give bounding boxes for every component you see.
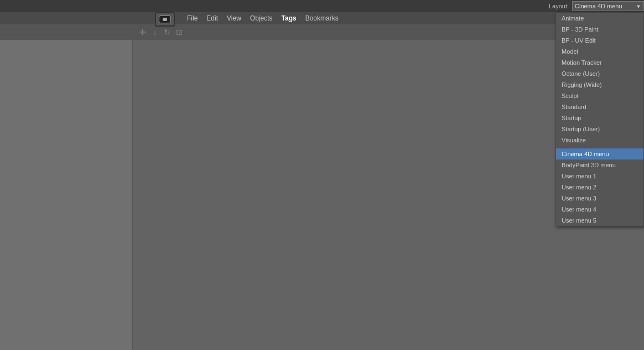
dropdown-item-animate[interactable]: Animate [556, 13, 643, 24]
dropdown-item-bpuvedit[interactable]: BP - UV Edit [556, 35, 643, 46]
dropdown-item-rigging[interactable]: Rigging (Wide) [556, 79, 643, 90]
top-bar: Layout: Cinema 4D menu ▼ [0, 0, 644, 12]
dropdown-item-motiontracker[interactable]: Motion Tracker [556, 57, 643, 68]
menu-item-view[interactable]: View [222, 12, 246, 24]
menu-icon-box[interactable] [155, 12, 175, 27]
layout-dropdown-text: Cinema 4D menu [575, 3, 633, 9]
dropdown-item-standard[interactable]: Standard [556, 101, 643, 112]
menu-item-file[interactable]: File [183, 12, 202, 24]
dropdown-item-visualize[interactable]: Visualize [556, 135, 643, 146]
dropdown-item-model[interactable]: Model [556, 46, 643, 57]
menu-bar: File Edit View Objects Tags Bookmarks [0, 12, 644, 24]
menu-icon-dot [163, 18, 167, 21]
left-panel [0, 40, 133, 350]
expand-icon[interactable]: ⊡ [174, 27, 185, 38]
dropdown-item-startup-user[interactable]: Startup (User) [556, 123, 643, 135]
menu-item-objects[interactable]: Objects [246, 12, 277, 24]
dropdown-item-sculpt[interactable]: Sculpt [556, 90, 643, 101]
chevron-down-icon: ▼ [636, 3, 641, 9]
layout-label: Layout: [549, 3, 569, 9]
dropdown-item-usermenu5[interactable]: User menu 5 [556, 215, 643, 226]
refresh-icon[interactable]: ↻ [162, 27, 173, 38]
down-icon[interactable]: ↓ [149, 27, 160, 38]
dropdown-item-usermenu2[interactable]: User menu 2 [556, 182, 643, 193]
dropdown-item-octane[interactable]: Octane (User) [556, 68, 643, 79]
dropdown-item-bp3dpaint[interactable]: BP - 3D Paint [556, 24, 643, 35]
dropdown-item-cinema4d[interactable]: Cinema 4D menu [556, 148, 643, 159]
dropdown-item-bodypaint3d[interactable]: BodyPaint 3D menu [556, 159, 643, 171]
toolbar-icons: ✛ ↓ ↻ ⊡ [137, 27, 185, 38]
dropdown-item-startup[interactable]: Startup [556, 112, 643, 123]
dropdown-separator [556, 147, 643, 147]
layout-dropdown[interactable]: Cinema 4D menu ▼ [572, 1, 644, 11]
dropdown-item-usermenu1[interactable]: User menu 1 [556, 171, 643, 182]
layout-dropdown-menu: Animate BP - 3D Paint BP - UV Edit Model… [555, 12, 644, 227]
move-icon[interactable]: ✛ [137, 27, 148, 38]
dropdown-item-usermenu4[interactable]: User menu 4 [556, 204, 643, 215]
menu-icon-inner [159, 16, 171, 23]
toolbar-row: ✛ ↓ ↻ ⊡ [0, 24, 644, 40]
menu-item-tags[interactable]: Tags [277, 12, 301, 24]
menu-item-bookmarks[interactable]: Bookmarks [301, 12, 343, 24]
menu-item-edit[interactable]: Edit [202, 12, 222, 24]
dropdown-item-usermenu3[interactable]: User menu 3 [556, 193, 643, 204]
